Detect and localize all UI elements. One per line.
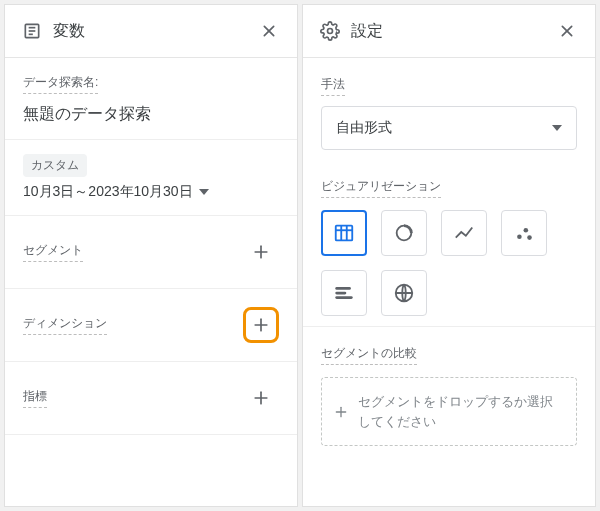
segment-drop-zone[interactable]: セグメントをドロップするか選択してください <box>321 377 577 446</box>
viz-geo-button[interactable] <box>381 270 427 316</box>
visualization-section: ビジュアリゼーション <box>303 160 595 326</box>
date-range-text: 10月3日～2023年10月30日 <box>23 183 193 201</box>
plus-icon <box>332 400 350 424</box>
exploration-name-label: データ探索名: <box>23 74 98 94</box>
viz-donut-button[interactable] <box>381 210 427 256</box>
svg-point-22 <box>524 228 529 233</box>
dimensions-row: ディメンション <box>5 289 297 362</box>
visualization-label: ビジュアリゼーション <box>321 178 441 198</box>
dimensions-label: ディメンション <box>23 315 107 335</box>
svg-point-23 <box>527 235 532 240</box>
svg-rect-15 <box>336 226 353 241</box>
settings-panel: 設定 手法 自由形式 ビジュアリゼーション <box>302 4 596 507</box>
chevron-down-icon <box>552 125 562 131</box>
technique-value: 自由形式 <box>336 119 392 137</box>
segments-label: セグメント <box>23 242 83 262</box>
gear-icon <box>319 20 341 42</box>
segment-compare-section: セグメントの比較 セグメントをドロップするか選択してください <box>303 326 595 462</box>
svg-point-21 <box>517 234 522 239</box>
variables-header: 変数 <box>5 5 297 58</box>
variables-panel: 変数 データ探索名: 無題のデータ探索 カスタム 10月3日～2023年10月3… <box>4 4 298 507</box>
drop-zone-text: セグメントをドロップするか選択してください <box>358 392 564 431</box>
add-dimension-button[interactable] <box>243 307 279 343</box>
exploration-name-value[interactable]: 無題のデータ探索 <box>23 104 279 125</box>
technique-label: 手法 <box>321 76 345 96</box>
metrics-label: 指標 <box>23 388 47 408</box>
close-settings-button[interactable] <box>555 19 579 43</box>
add-segment-button[interactable] <box>243 234 279 270</box>
close-variables-button[interactable] <box>257 19 281 43</box>
date-range-section: カスタム 10月3日～2023年10月30日 <box>5 140 297 216</box>
visualization-grid <box>321 210 577 316</box>
technique-section: 手法 自由形式 <box>303 58 595 160</box>
segment-compare-label: セグメントの比較 <box>321 345 417 365</box>
settings-title: 設定 <box>351 21 555 42</box>
settings-header: 設定 <box>303 5 595 58</box>
variables-icon <box>21 20 43 42</box>
viz-bar-button[interactable] <box>321 270 367 316</box>
variables-title: 変数 <box>53 21 257 42</box>
add-metric-button[interactable] <box>243 380 279 416</box>
viz-line-button[interactable] <box>441 210 487 256</box>
date-range-selector[interactable]: 10月3日～2023年10月30日 <box>23 183 279 201</box>
segments-row: セグメント <box>5 216 297 289</box>
metrics-row: 指標 <box>5 362 297 435</box>
viz-scatter-button[interactable] <box>501 210 547 256</box>
svg-point-12 <box>328 29 333 34</box>
exploration-name-section: データ探索名: 無題のデータ探索 <box>5 58 297 140</box>
technique-select[interactable]: 自由形式 <box>321 106 577 150</box>
svg-point-20 <box>401 230 407 236</box>
viz-table-button[interactable] <box>321 210 367 256</box>
chevron-down-icon <box>199 189 209 195</box>
date-range-chip: カスタム <box>23 154 87 177</box>
